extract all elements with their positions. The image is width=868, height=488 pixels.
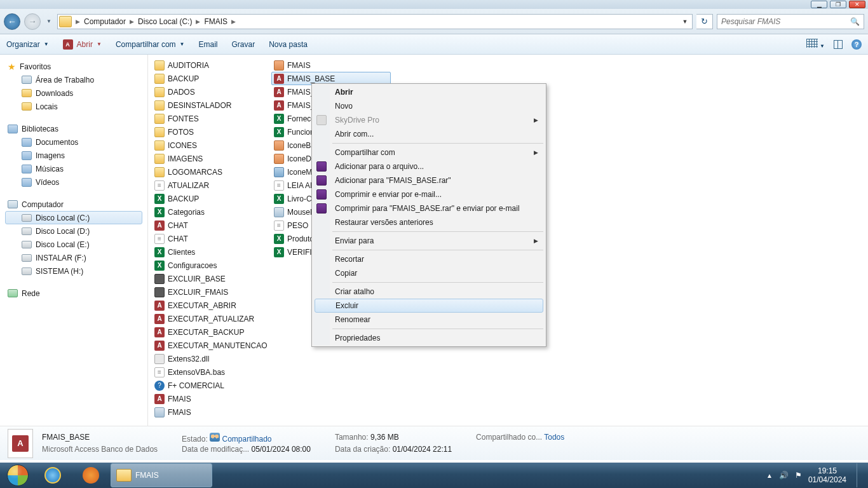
- window-maximize-button[interactable]: ❐: [830, 1, 846, 8]
- email-button[interactable]: Email: [199, 40, 218, 49]
- ctx-addtoarchive[interactable]: Adicionar para o arquivo...: [313, 159, 545, 173]
- taskbar-firefox[interactable]: [72, 463, 109, 487]
- tray-clock[interactable]: 19:1501/04/2024: [808, 466, 846, 484]
- xls-icon: X: [154, 261, 165, 271]
- file-item[interactable]: AEXECUTAR_BACKUP: [152, 325, 271, 339]
- network-header[interactable]: Rede: [5, 287, 147, 300]
- ctx-shortcut[interactable]: Criar atalho: [313, 285, 545, 299]
- breadcrumb-separator[interactable]: ▶: [193, 18, 203, 25]
- nav-music[interactable]: Músicas: [5, 162, 147, 175]
- nav-videos[interactable]: Vídeos: [5, 175, 147, 189]
- nav-drive-d[interactable]: Disco Local (D:): [5, 224, 147, 238]
- ctx-compressemail[interactable]: Comprimir e enviar por e-mail...: [313, 187, 545, 201]
- nav-documents[interactable]: Documentos: [5, 135, 147, 149]
- refresh-button[interactable]: ↻: [696, 14, 713, 29]
- search-input[interactable]: Pesquisar FMAIS 🔍: [717, 14, 864, 29]
- organize-menu[interactable]: Organizar▼: [6, 40, 49, 49]
- file-item[interactable]: XCategorias: [152, 205, 271, 219]
- share-menu[interactable]: Compartilhar com▼: [116, 40, 185, 49]
- new-folder-button[interactable]: Nova pasta: [269, 40, 308, 49]
- file-item[interactable]: XConfiguracoes: [152, 259, 271, 272]
- tray-action-center-icon[interactable]: ⚑: [795, 471, 802, 480]
- access-icon: A: [154, 341, 165, 351]
- file-item[interactable]: DESINSTALADOR: [152, 98, 271, 112]
- file-item[interactable]: EXCLUIR_BASE: [152, 272, 271, 285]
- window-minimize-button[interactable]: ▁: [811, 1, 827, 8]
- file-item[interactable]: ≡CHAT: [152, 232, 271, 245]
- ctx-sharewith[interactable]: Compartilhar com▶: [313, 146, 545, 159]
- computer-header[interactable]: Computador: [5, 198, 147, 211]
- open-menu[interactable]: AAbrir▼: [63, 39, 102, 50]
- file-item[interactable]: FOTOS: [152, 125, 271, 139]
- forward-button[interactable]: →: [24, 13, 41, 30]
- taskbar-ie[interactable]: [34, 463, 71, 487]
- file-item[interactable]: Extens32.dll: [152, 352, 271, 365]
- file-item[interactable]: ?F+ COMERCIAL: [152, 379, 271, 392]
- burn-button[interactable]: Gravar: [232, 40, 255, 49]
- ctx-new[interactable]: Novo: [313, 99, 545, 113]
- file-item[interactable]: AEXECUTAR_MANUTENCAO: [152, 339, 271, 352]
- file-item[interactable]: IMAGENS: [152, 152, 271, 165]
- file-item[interactable]: EXCLUIR_FMAIS: [152, 285, 271, 299]
- ctx-delete[interactable]: Excluir: [315, 299, 543, 313]
- file-item[interactable]: XBACKUP: [152, 192, 271, 205]
- nav-drive-e[interactable]: Disco Local (E:): [5, 238, 147, 251]
- back-button[interactable]: ←: [4, 13, 20, 30]
- file-item[interactable]: FMAIS: [271, 58, 391, 72]
- file-item[interactable]: LOGOMARCAS: [152, 165, 271, 179]
- file-item[interactable]: ICONES: [152, 139, 271, 152]
- bat-icon: [154, 287, 165, 297]
- ctx-openwith[interactable]: Abrir com...: [313, 127, 545, 141]
- recent-locations-dropdown[interactable]: ▼: [44, 15, 53, 28]
- ctx-restore[interactable]: Restaurar versões anteriores: [313, 215, 545, 229]
- file-item[interactable]: AUDITORIA: [152, 58, 271, 72]
- breadcrumb-separator[interactable]: ▶: [229, 18, 238, 25]
- file-item[interactable]: DADOS: [152, 85, 271, 98]
- ctx-properties[interactable]: Propriedades: [313, 331, 545, 345]
- file-item[interactable]: XClientes: [152, 245, 271, 259]
- file-item[interactable]: AEXECUTAR_ABRIR: [152, 299, 271, 312]
- ctx-cut[interactable]: Recortar: [313, 252, 545, 266]
- breadcrumb-computer[interactable]: Computador: [83, 16, 127, 27]
- breadcrumb-folder[interactable]: FMAIS: [203, 16, 229, 27]
- tray-volume-icon[interactable]: 🔊: [779, 471, 789, 480]
- nav-desktop[interactable]: Área de Trabalho: [5, 73, 147, 86]
- nav-downloads[interactable]: Downloads: [5, 86, 147, 100]
- ctx-compressraremail[interactable]: Comprimir para "FMAIS_BASE.rar" e enviar…: [313, 201, 545, 215]
- favorites-header[interactable]: ★Favoritos: [5, 60, 147, 73]
- start-button[interactable]: [3, 463, 33, 487]
- file-item[interactable]: AFMAIS: [152, 392, 271, 405]
- file-item[interactable]: ≡ExtensoVBA.bas: [152, 365, 271, 379]
- ctx-addtorar[interactable]: Adicionar para "FMAIS_BASE.rar": [313, 173, 545, 187]
- help-button[interactable]: ?: [851, 39, 862, 50]
- file-item[interactable]: BACKUP: [152, 72, 271, 85]
- breadcrumb-drive[interactable]: Disco Local (C:): [137, 16, 193, 27]
- window-close-button[interactable]: ✕: [849, 1, 865, 8]
- ctx-rename[interactable]: Renomear: [313, 313, 545, 327]
- folder-icon: [154, 167, 165, 177]
- nav-pictures[interactable]: Imagens: [5, 149, 147, 162]
- file-item[interactable]: FMAIS: [152, 405, 271, 419]
- address-dropdown[interactable]: ▼: [679, 18, 691, 25]
- xls-icon: X: [274, 114, 284, 124]
- file-item[interactable]: AEXECUTAR_ATUALIZAR: [152, 312, 271, 325]
- nav-drive-f[interactable]: INSTALAR (F:): [5, 251, 147, 264]
- nav-recent[interactable]: Locais: [5, 100, 147, 113]
- ctx-sendto[interactable]: Enviar para▶: [313, 234, 545, 248]
- nav-drive-h[interactable]: SISTEMA (H:): [5, 264, 147, 278]
- ctx-open[interactable]: Abrir: [313, 85, 545, 99]
- show-desktop-button[interactable]: [857, 463, 864, 487]
- file-item[interactable]: ≡ATUALIZAR: [152, 179, 271, 192]
- file-item[interactable]: FONTES: [152, 112, 271, 125]
- breadcrumb-separator[interactable]: ▶: [127, 18, 137, 25]
- view-options-button[interactable]: ▼: [806, 39, 825, 50]
- preview-pane-button[interactable]: [834, 40, 843, 49]
- ctx-skydrive[interactable]: SkyDrive Pro▶: [313, 113, 545, 127]
- tray-overflow-button[interactable]: ▲: [766, 472, 773, 479]
- file-item[interactable]: ACHAT: [152, 219, 271, 232]
- ctx-copy[interactable]: Copiar: [313, 266, 545, 280]
- nav-drive-c[interactable]: Disco Local (C:): [5, 211, 142, 224]
- address-bar[interactable]: ▶ Computador ▶ Disco Local (C:) ▶ FMAIS …: [57, 14, 693, 29]
- taskbar-explorer-window[interactable]: FMAIS: [111, 463, 212, 487]
- libraries-header[interactable]: Bibliotecas: [5, 122, 147, 135]
